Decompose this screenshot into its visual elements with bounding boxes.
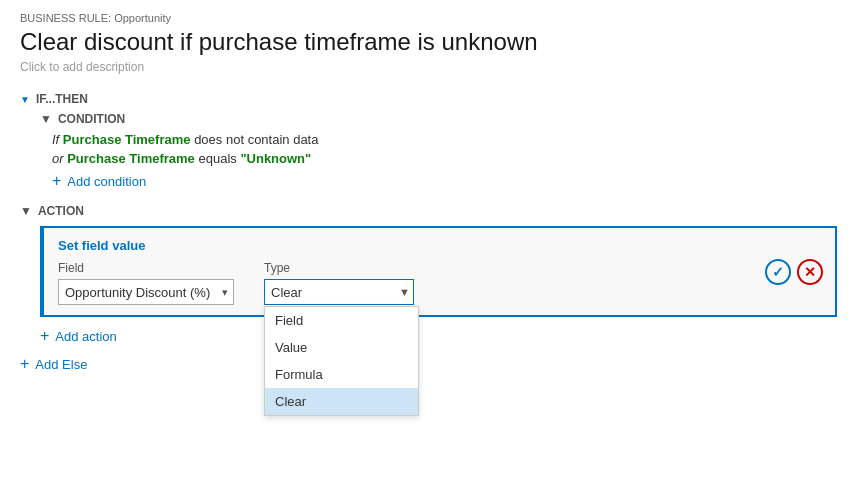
condition-header: ▼ CONDITION bbox=[40, 112, 837, 126]
condition-2-field: Purchase Timeframe bbox=[67, 151, 195, 166]
condition-arrow[interactable]: ▼ bbox=[40, 112, 52, 126]
action-header: ▼ ACTION bbox=[20, 204, 837, 218]
condition-2-prefix: or bbox=[52, 151, 67, 166]
field-select-wrapper[interactable]: Opportunity Discount (%) bbox=[58, 279, 234, 305]
add-else-label: Add Else bbox=[35, 357, 87, 372]
type-label: Type bbox=[264, 261, 414, 275]
if-then-section: ▼ IF...THEN bbox=[20, 92, 837, 106]
if-then-label: IF...THEN bbox=[36, 92, 88, 106]
add-action-label: Add action bbox=[55, 329, 116, 344]
dropdown-item-formula[interactable]: Formula bbox=[265, 361, 418, 388]
action-label: ACTION bbox=[38, 204, 84, 218]
add-action-button[interactable]: + Add action bbox=[40, 327, 837, 345]
condition-1-field: Purchase Timeframe bbox=[63, 132, 191, 147]
dropdown-item-clear[interactable]: Clear bbox=[265, 388, 418, 415]
type-group: Type ▼ Field Value Formula Clear bbox=[264, 261, 414, 305]
field-label: Field bbox=[58, 261, 234, 275]
field-group: Field Opportunity Discount (%) bbox=[58, 261, 234, 305]
add-else-plus-icon: + bbox=[20, 355, 29, 373]
add-condition-plus-icon: + bbox=[52, 172, 61, 190]
action-card-title: Set field value bbox=[58, 238, 821, 253]
cancel-button[interactable]: ✕ bbox=[797, 259, 823, 285]
condition-1-operator: does not contain data bbox=[194, 132, 318, 147]
condition-line-1: If Purchase Timeframe does not contain d… bbox=[52, 132, 837, 147]
field-row: Field Opportunity Discount (%) Type ▼ Fi… bbox=[58, 261, 821, 305]
action-section: ▼ ACTION Set field value Field Opportuni… bbox=[20, 204, 837, 345]
action-card: Set field value Field Opportunity Discou… bbox=[40, 226, 837, 317]
condition-1-prefix: If bbox=[52, 132, 63, 147]
type-input[interactable] bbox=[264, 279, 414, 305]
dropdown-item-field[interactable]: Field bbox=[265, 307, 418, 334]
dropdown-item-value[interactable]: Value bbox=[265, 334, 418, 361]
condition-label: CONDITION bbox=[58, 112, 125, 126]
add-condition-label: Add condition bbox=[67, 174, 146, 189]
if-then-arrow[interactable]: ▼ bbox=[20, 94, 30, 105]
confirm-button[interactable]: ✓ bbox=[765, 259, 791, 285]
action-arrow[interactable]: ▼ bbox=[20, 204, 32, 218]
page-title: Clear discount if purchase timeframe is … bbox=[20, 28, 837, 56]
condition-section: ▼ CONDITION If Purchase Timeframe does n… bbox=[40, 112, 837, 190]
type-dropdown-menu: Field Value Formula Clear bbox=[264, 306, 419, 416]
page-description[interactable]: Click to add description bbox=[20, 60, 837, 74]
condition-line-2: or Purchase Timeframe equals "Unknown" bbox=[52, 151, 837, 166]
condition-2-value: "Unknown" bbox=[240, 151, 311, 166]
page: BUSINESS RULE: Opportunity Clear discoun… bbox=[0, 0, 857, 502]
type-input-wrapper: ▼ Field Value Formula Clear bbox=[264, 279, 414, 305]
action-icons: ✓ ✕ bbox=[765, 259, 823, 285]
condition-2-operator: equals bbox=[198, 151, 240, 166]
add-condition-button[interactable]: + Add condition bbox=[52, 172, 837, 190]
add-action-plus-icon: + bbox=[40, 327, 49, 345]
add-else-button[interactable]: + Add Else bbox=[20, 355, 837, 373]
field-select[interactable]: Opportunity Discount (%) bbox=[58, 279, 234, 305]
breadcrumb: BUSINESS RULE: Opportunity bbox=[20, 12, 837, 24]
